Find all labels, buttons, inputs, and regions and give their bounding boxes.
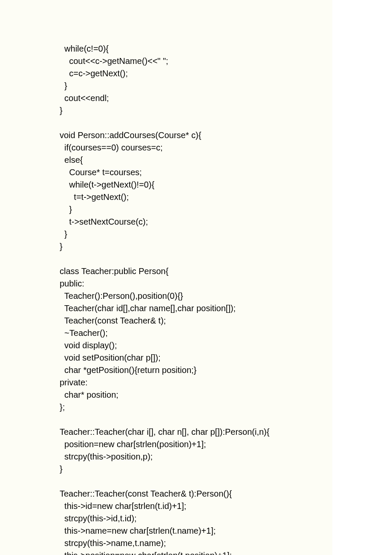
code-line	[60, 253, 332, 265]
code-line: };	[60, 401, 332, 413]
code-line: Course* t=courses;	[60, 166, 332, 179]
code-line: Teacher::Teacher(const Teacher& t):Perso…	[60, 488, 332, 500]
code-line: ~Teacher();	[60, 327, 332, 339]
code-line: position=new char[strlen(position)+1];	[60, 438, 332, 451]
code-line: if(courses==0) courses=c;	[60, 142, 332, 154]
code-line: this->position=new char[strlen(t.positio…	[60, 549, 332, 555]
code-line: }	[60, 240, 332, 253]
code-line: char *getPosition(){return position;}	[60, 364, 332, 376]
code-line: this->id=new char[strlen(t.id)+1];	[60, 500, 332, 512]
code-line: c=c->getNext();	[60, 67, 332, 80]
document-page: while(c!=0){ cout<<c->getName()<<" "; c=…	[0, 0, 332, 555]
code-line: t->setNextCourse(c);	[60, 216, 332, 228]
code-line	[60, 117, 332, 129]
code-line: cout<<c->getName()<<" ";	[60, 55, 332, 67]
code-line	[60, 475, 332, 488]
code-line: strcpy(this->position,p);	[60, 451, 332, 463]
code-line: char* position;	[60, 389, 332, 401]
code-line: while(c!=0){	[60, 43, 332, 55]
code-line: }	[60, 80, 332, 92]
code-line: strcpy(this->id,t.id);	[60, 512, 332, 525]
code-line: }	[60, 203, 332, 216]
code-block: while(c!=0){ cout<<c->getName()<<" "; c=…	[60, 43, 332, 555]
code-line	[60, 413, 332, 426]
code-line: while(t->getNext()!=0){	[60, 179, 332, 191]
code-line: class Teacher:public Person{	[60, 265, 332, 278]
code-line: cout<<endl;	[60, 92, 332, 104]
code-line: public:	[60, 278, 332, 290]
code-line: Teacher(const Teacher& t);	[60, 315, 332, 327]
code-line: void setPosition(char p[]);	[60, 352, 332, 364]
code-line: }	[60, 104, 332, 117]
code-line: this->name=new char[strlen(t.name)+1];	[60, 525, 332, 537]
code-line: private:	[60, 376, 332, 389]
code-line: }	[60, 228, 332, 240]
code-line: Teacher::Teacher(char i[], char n[], cha…	[60, 426, 332, 438]
code-line: void display();	[60, 339, 332, 352]
code-line: strcpy(this->name,t.name);	[60, 537, 332, 549]
code-line: Teacher():Person(),position(0){}	[60, 290, 332, 302]
code-line: t=t->getNext();	[60, 191, 332, 203]
code-line: }	[60, 463, 332, 475]
code-line: Teacher(char id[],char name[],char posit…	[60, 302, 332, 315]
code-line: else{	[60, 154, 332, 166]
code-line: void Person::addCourses(Course* c){	[60, 129, 332, 142]
